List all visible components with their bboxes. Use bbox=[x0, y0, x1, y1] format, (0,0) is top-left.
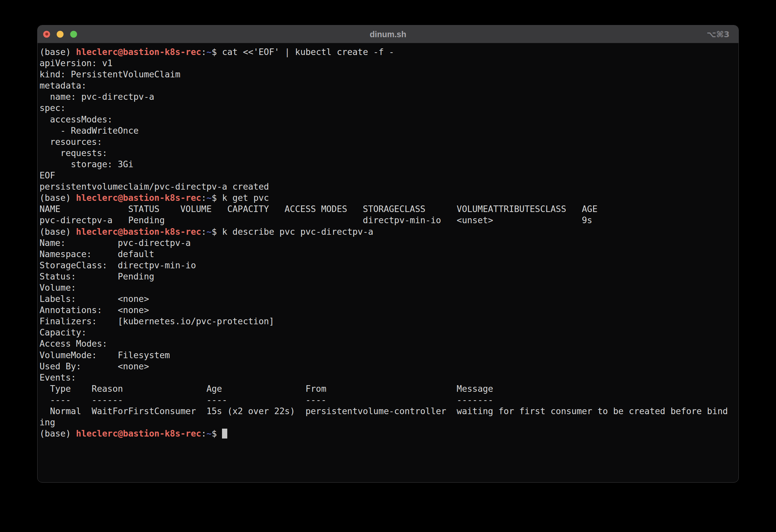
output-text: Access Modes: bbox=[39, 339, 108, 349]
prompt-colon: : bbox=[201, 429, 206, 439]
terminal-line: Annotations: <none> bbox=[39, 304, 737, 316]
output-text: Used By: <none> bbox=[39, 361, 149, 371]
prompt-user-host: hleclerc@bastion-k8s-rec bbox=[76, 47, 201, 57]
terminal-line: requests: bbox=[39, 148, 737, 159]
output-text: accessModes: bbox=[39, 114, 113, 124]
terminal-line: Volume: bbox=[39, 282, 737, 293]
prompt-dollar: $ bbox=[212, 429, 222, 439]
output-text: Name: pvc-directpv-a bbox=[39, 238, 191, 248]
command-text: cat <<'EOF' | kubectl create -f - bbox=[222, 47, 394, 57]
terminal-line: Events: bbox=[39, 372, 737, 383]
terminal-line: name: pvc-directpv-a bbox=[39, 91, 737, 102]
output-text: NAME STATUS VOLUME CAPACITY ACCESS MODES… bbox=[39, 204, 597, 214]
terminal-line: Finalizers: [kubernetes.io/pvc-protectio… bbox=[39, 316, 737, 327]
output-text: apiVersion: v1 bbox=[39, 58, 113, 68]
terminal-line: pvc-directpv-a Pending directpv-min-io <… bbox=[39, 215, 737, 226]
terminal-line: (base) hleclerc@bastion-k8s-rec:~$ k des… bbox=[39, 226, 737, 237]
prompt-home-tilde: ~ bbox=[206, 193, 212, 203]
prompt-home-tilde: ~ bbox=[206, 227, 212, 237]
output-text: pvc-directpv-a Pending directpv-min-io <… bbox=[39, 215, 592, 225]
terminal-line: (base) hleclerc@bastion-k8s-rec:~$ k get… bbox=[39, 192, 737, 204]
output-text: Namespace: default bbox=[39, 249, 154, 259]
window-title: dinum.sh bbox=[37, 25, 739, 43]
output-text: storage: 3Gi bbox=[39, 159, 133, 169]
prompt-user-host: hleclerc@bastion-k8s-rec bbox=[76, 429, 201, 439]
terminal-cursor bbox=[222, 429, 227, 439]
output-text: - ReadWriteOnce bbox=[39, 126, 139, 136]
output-text: Capacity: bbox=[39, 327, 86, 337]
terminal-line: EOF bbox=[39, 170, 737, 181]
document-edited-dot-icon bbox=[45, 33, 48, 36]
prompt-home-tilde: ~ bbox=[206, 429, 212, 439]
zoom-button[interactable] bbox=[70, 31, 77, 37]
output-text: spec: bbox=[39, 103, 65, 113]
terminal-line: Namespace: default bbox=[39, 249, 737, 260]
terminal-line: spec: bbox=[39, 102, 737, 113]
prompt-dollar: $ bbox=[212, 47, 222, 57]
terminal-line: storage: 3Gi bbox=[39, 159, 737, 170]
terminal-line: Normal WaitForFirstConsumer 15s (x2 over… bbox=[39, 406, 737, 417]
prompt-colon: : bbox=[201, 193, 206, 203]
terminal-line: Name: pvc-directpv-a bbox=[39, 237, 737, 249]
traffic-lights bbox=[43, 31, 77, 37]
output-text: Type Reason Age From Message bbox=[39, 384, 493, 394]
prompt-venv: (base) bbox=[39, 429, 76, 439]
terminal-line: - ReadWriteOnce bbox=[39, 125, 737, 136]
terminal-line: Access Modes: bbox=[39, 338, 737, 349]
output-text: metadata: bbox=[39, 81, 86, 90]
terminal-line: apiVersion: v1 bbox=[39, 58, 737, 69]
terminal-line: resources: bbox=[39, 136, 737, 148]
output-text: resources: bbox=[39, 137, 102, 147]
terminal-line: ---- ------ ---- ---- ------- bbox=[39, 394, 737, 406]
prompt-colon: : bbox=[201, 227, 206, 237]
terminal-line: accessModes: bbox=[39, 114, 737, 125]
output-text: Normal WaitForFirstConsumer 15s (x2 over… bbox=[39, 406, 728, 416]
output-text: requests: bbox=[39, 148, 108, 158]
prompt-home-tilde: ~ bbox=[206, 47, 212, 57]
terminal-line: Status: Pending bbox=[39, 271, 737, 282]
prompt-venv: (base) bbox=[39, 193, 76, 203]
output-text: ---- ------ ---- ---- ------- bbox=[39, 395, 493, 405]
output-text: StorageClass: directpv-min-io bbox=[39, 260, 196, 270]
terminal-line: VolumeMode: Filesystem bbox=[39, 350, 737, 361]
command-text: k get pvc bbox=[222, 193, 269, 203]
terminal-line: Used By: <none> bbox=[39, 361, 737, 372]
output-text: ing bbox=[39, 418, 55, 427]
output-text: persistentvolumeclaim/pvc-directpv-a cre… bbox=[39, 182, 269, 192]
output-text: name: pvc-directpv-a bbox=[39, 92, 154, 102]
command-text: k describe pvc pvc-directpv-a bbox=[222, 227, 373, 237]
terminal-line: Type Reason Age From Message bbox=[39, 383, 737, 394]
output-text: Labels: <none> bbox=[39, 294, 149, 304]
terminal-line: Capacity: bbox=[39, 327, 737, 338]
terminal-line: NAME STATUS VOLUME CAPACITY ACCESS MODES… bbox=[39, 204, 737, 215]
output-text: Annotations: <none> bbox=[39, 305, 149, 315]
terminal-line: (base) hleclerc@bastion-k8s-rec:~$ bbox=[39, 428, 737, 439]
output-text: VolumeMode: Filesystem bbox=[39, 350, 170, 360]
prompt-user-host: hleclerc@bastion-k8s-rec bbox=[76, 193, 201, 203]
close-button[interactable] bbox=[43, 31, 50, 37]
output-text: Events: bbox=[39, 373, 76, 382]
output-text: kind: PersistentVolumeClaim bbox=[39, 69, 180, 79]
output-text: EOF bbox=[39, 171, 55, 181]
output-text: Status: Pending bbox=[39, 272, 154, 281]
prompt-user-host: hleclerc@bastion-k8s-rec bbox=[76, 227, 201, 237]
prompt-venv: (base) bbox=[39, 47, 76, 57]
prompt-venv: (base) bbox=[39, 227, 76, 237]
prompt-colon: : bbox=[201, 47, 206, 57]
minimize-button[interactable] bbox=[57, 31, 63, 37]
terminal-line: kind: PersistentVolumeClaim bbox=[39, 69, 737, 80]
terminal-line: (base) hleclerc@bastion-k8s-rec:~$ cat <… bbox=[39, 46, 737, 58]
prompt-dollar: $ bbox=[212, 193, 222, 203]
terminal-line: ing bbox=[39, 417, 737, 428]
terminal-line: StorageClass: directpv-min-io bbox=[39, 260, 737, 271]
output-text: Finalizers: [kubernetes.io/pvc-protectio… bbox=[39, 316, 274, 326]
tab-shortcut-badge: ⌥⌘3 bbox=[707, 29, 730, 39]
terminal-line: metadata: bbox=[39, 80, 737, 91]
prompt-dollar: $ bbox=[212, 227, 222, 237]
terminal-line: Labels: <none> bbox=[39, 293, 737, 304]
window-titlebar[interactable]: dinum.sh ⌥⌘3 bbox=[37, 25, 739, 43]
terminal-screen[interactable]: (base) hleclerc@bastion-k8s-rec:~$ cat <… bbox=[37, 43, 739, 482]
terminal-line: persistentvolumeclaim/pvc-directpv-a cre… bbox=[39, 181, 737, 192]
terminal-window: dinum.sh ⌥⌘3 (base) hleclerc@bastion-k8s… bbox=[37, 25, 739, 483]
output-text: Volume: bbox=[39, 283, 76, 293]
